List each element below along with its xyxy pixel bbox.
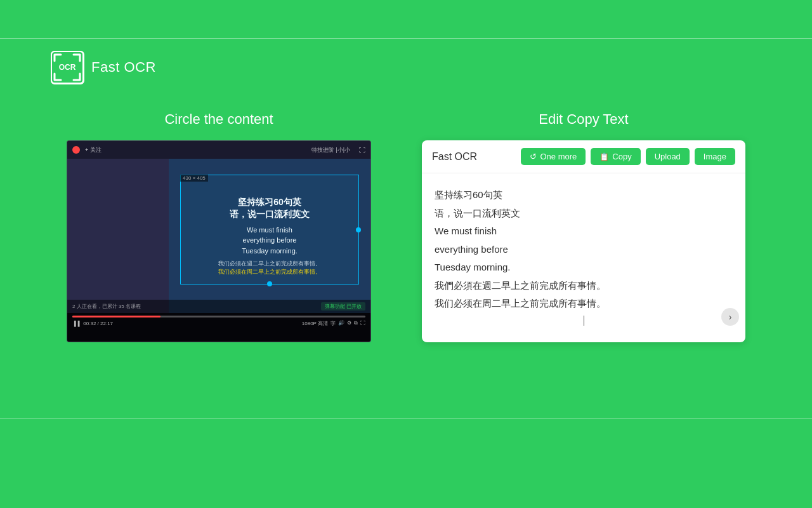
svg-text:OCR: OCR [59, 63, 76, 72]
video-top-text: + 关注 [85, 146, 306, 154]
video-screenshot: + 关注 特技进阶 |小|小 ⛶ 430 × 405 坚持练 [67, 140, 371, 342]
video-left-sidebar [67, 159, 169, 313]
one-more-icon: ↺ [530, 152, 537, 161]
image-button[interactable]: Image [695, 148, 735, 165]
right-panel: Edit Copy Text Fast OCR ↺ One more 📋 Cop… [422, 111, 745, 342]
image-label: Image [704, 152, 726, 161]
text-line-6: 我們必須在週二早上之前完成所有事情。 [435, 277, 733, 295]
edit-box-header: Fast OCR ↺ One more 📋 Copy Upload Image [422, 140, 745, 173]
edit-box: Fast OCR ↺ One more 📋 Copy Upload Image [422, 140, 745, 342]
video-progress-fill [72, 316, 160, 318]
video-top-icon: ⛶ [359, 147, 365, 154]
video-subtitle-bar: 2 人正在看，已累计 35 名课程 弹幕功能 已开放 [67, 300, 370, 313]
text-line-1: 坚持练习60句英 [435, 186, 733, 204]
video-red-dot [72, 146, 80, 154]
edit-box-title: Fast OCR [432, 151, 521, 163]
text-line-5: Tuesday morning. [435, 258, 733, 277]
quality-label: 1080P 高清 [302, 320, 328, 327]
upload-button[interactable]: Upload [646, 148, 690, 165]
pip-icon[interactable]: ⧉ [354, 320, 358, 327]
video-time: 00:32 / 22:17 [83, 321, 113, 326]
subtitle-icon[interactable]: 字 [331, 320, 336, 327]
logo-area: OCR Fast OCR [51, 51, 156, 84]
volume-icon[interactable]: 🔊 [338, 320, 344, 327]
one-more-label: One more [540, 152, 577, 161]
selection-handle-bottom [267, 281, 272, 286]
selection-label: 430 × 405 [180, 175, 208, 182]
edit-box-content: 坚持练习60句英 语，说一口流利英文 We must finish everyt… [422, 173, 745, 338]
text-line-2: 语，说一口流利英文 [435, 204, 733, 223]
main-content: Circle the content + 关注 特技进阶 |小|小 ⛶ 430 … [0, 111, 812, 342]
video-top-right: 特技进阶 |小|小 [311, 146, 350, 154]
video-controls-right: 1080P 高清 字 🔊 ⚙ ⧉ ⛶ [302, 320, 365, 327]
right-panel-title: Edit Copy Text [539, 111, 628, 128]
left-panel: Circle the content + 关注 特技进阶 |小|小 ⛶ 430 … [67, 111, 371, 342]
copy-icon: 📋 [599, 152, 609, 161]
copy-button[interactable]: 📋 Copy [591, 148, 640, 165]
subtitle-left: 2 人正在看，已累计 35 名课程 [72, 303, 141, 310]
text-line-3: We must finish [435, 222, 733, 241]
fullscreen-icon[interactable]: ⛶ [360, 320, 365, 327]
video-top-bar: + 关注 特技进阶 |小|小 ⛶ [67, 141, 370, 159]
video-progress[interactable] [72, 316, 365, 318]
video-right-content: 430 × 405 坚持练习60句英 语，说一口流利英文 We must fin… [169, 159, 370, 313]
edit-text-content[interactable]: 坚持练习60句英 语，说一口流利英文 We must finish everyt… [435, 186, 733, 313]
edit-cursor [584, 316, 584, 326]
bottom-border [0, 418, 812, 419]
selection-box: 430 × 405 [180, 175, 359, 284]
video-bottom-bar: ▐▐ 00:32 / 22:17 1080P 高清 字 🔊 ⚙ ⧉ ⛶ [67, 313, 370, 342]
upload-label: Upload [655, 152, 681, 161]
video-controls-row: ▐▐ 00:32 / 22:17 1080P 高清 字 🔊 ⚙ ⧉ ⛶ [72, 320, 365, 327]
text-line-7: 我们必须在周二早上之前完成所有事情。 [435, 295, 733, 313]
selection-handle-right [356, 227, 361, 232]
text-line-4: everything before [435, 241, 733, 259]
settings-icon[interactable]: ⚙ [347, 320, 351, 327]
left-panel-title: Circle the content [164, 111, 273, 128]
video-main-area: 430 × 405 坚持练习60句英 语，说一口流利英文 We must fin… [67, 159, 370, 313]
app-name: Fast OCR [91, 59, 156, 76]
scroll-arrow-right[interactable]: › [721, 308, 739, 326]
ocr-logo-icon: OCR [51, 51, 84, 84]
one-more-button[interactable]: ↺ One more [521, 148, 586, 165]
top-border [0, 38, 812, 39]
subtitle-right[interactable]: 弹幕功能 已开放 [321, 302, 365, 311]
edit-box-buttons: ↺ One more 📋 Copy Upload Image [521, 148, 735, 165]
copy-label: Copy [612, 152, 631, 161]
play-icon[interactable]: ▐▐ [72, 321, 79, 326]
